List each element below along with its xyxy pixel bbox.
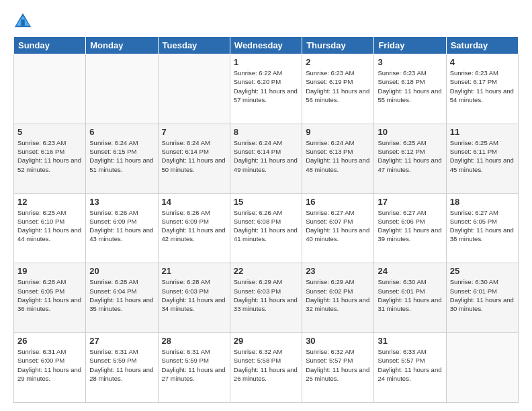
day-number: 30 <box>306 336 370 346</box>
day-info: Sunrise: 6:32 AM Sunset: 5:58 PM Dayligh… <box>234 347 298 383</box>
day-number: 24 <box>378 266 442 276</box>
day-info: Sunrise: 6:33 AM Sunset: 5:57 PM Dayligh… <box>378 347 442 383</box>
day-info: Sunrise: 6:31 AM Sunset: 5:59 PM Dayligh… <box>162 347 226 383</box>
day-cell <box>446 333 518 403</box>
day-info: Sunrise: 6:29 AM Sunset: 6:03 PM Dayligh… <box>234 277 298 313</box>
day-info: Sunrise: 6:30 AM Sunset: 6:01 PM Dayligh… <box>450 277 515 313</box>
day-number: 29 <box>234 336 298 346</box>
day-number: 8 <box>234 127 298 137</box>
day-cell: 10Sunrise: 6:25 AM Sunset: 6:12 PM Dayli… <box>374 124 446 193</box>
day-info: Sunrise: 6:27 AM Sunset: 6:07 PM Dayligh… <box>306 208 370 244</box>
day-number: 17 <box>378 197 442 207</box>
day-number: 10 <box>378 127 442 137</box>
day-cell: 14Sunrise: 6:26 AM Sunset: 6:09 PM Dayli… <box>158 193 230 263</box>
day-info: Sunrise: 6:28 AM Sunset: 6:03 PM Dayligh… <box>162 277 226 313</box>
day-cell: 13Sunrise: 6:26 AM Sunset: 6:09 PM Dayli… <box>86 193 158 263</box>
day-cell: 6Sunrise: 6:24 AM Sunset: 6:15 PM Daylig… <box>86 124 158 193</box>
day-number: 5 <box>17 127 82 137</box>
day-cell <box>14 54 86 124</box>
day-number: 19 <box>17 266 82 276</box>
day-cell: 21Sunrise: 6:28 AM Sunset: 6:03 PM Dayli… <box>158 263 230 333</box>
day-cell: 17Sunrise: 6:27 AM Sunset: 6:06 PM Dayli… <box>374 193 446 263</box>
day-number: 27 <box>89 336 154 346</box>
day-cell: 24Sunrise: 6:30 AM Sunset: 6:01 PM Dayli… <box>374 263 446 333</box>
day-number: 26 <box>17 336 82 346</box>
weekday-header-sunday: Sunday <box>14 37 86 54</box>
day-cell <box>86 54 158 124</box>
day-number: 14 <box>162 197 226 207</box>
logo-icon <box>13 11 32 30</box>
weekday-header-saturday: Saturday <box>446 37 518 54</box>
day-info: Sunrise: 6:23 AM Sunset: 6:19 PM Dayligh… <box>306 68 370 104</box>
day-cell: 2Sunrise: 6:23 AM Sunset: 6:19 PM Daylig… <box>302 54 374 124</box>
day-number: 23 <box>306 266 370 276</box>
calendar-table: SundayMondayTuesdayWednesdayThursdayFrid… <box>13 36 519 403</box>
day-number: 12 <box>17 197 82 207</box>
day-number: 6 <box>89 127 154 137</box>
day-cell: 30Sunrise: 6:32 AM Sunset: 5:57 PM Dayli… <box>302 333 374 403</box>
day-number: 15 <box>234 197 298 207</box>
week-row-1: 1Sunrise: 6:22 AM Sunset: 6:20 PM Daylig… <box>14 54 519 124</box>
weekday-header-wednesday: Wednesday <box>230 37 302 54</box>
day-cell: 22Sunrise: 6:29 AM Sunset: 6:03 PM Dayli… <box>230 263 302 333</box>
day-cell: 26Sunrise: 6:31 AM Sunset: 6:00 PM Dayli… <box>14 333 86 403</box>
page: SundayMondayTuesdayWednesdayThursdayFrid… <box>0 0 532 411</box>
day-cell: 5Sunrise: 6:23 AM Sunset: 6:16 PM Daylig… <box>14 124 86 193</box>
day-number: 21 <box>162 266 226 276</box>
header <box>13 11 519 30</box>
day-number: 25 <box>450 266 515 276</box>
day-number: 31 <box>378 336 442 346</box>
day-info: Sunrise: 6:24 AM Sunset: 6:13 PM Dayligh… <box>306 138 370 174</box>
day-info: Sunrise: 6:24 AM Sunset: 6:14 PM Dayligh… <box>234 138 298 174</box>
day-info: Sunrise: 6:26 AM Sunset: 6:09 PM Dayligh… <box>89 208 154 244</box>
day-cell: 4Sunrise: 6:23 AM Sunset: 6:17 PM Daylig… <box>446 54 518 124</box>
day-cell: 15Sunrise: 6:26 AM Sunset: 6:08 PM Dayli… <box>230 193 302 263</box>
day-number: 11 <box>450 127 515 137</box>
day-number: 7 <box>162 127 226 137</box>
week-row-5: 26Sunrise: 6:31 AM Sunset: 6:00 PM Dayli… <box>14 333 519 403</box>
day-number: 18 <box>450 197 515 207</box>
day-info: Sunrise: 6:24 AM Sunset: 6:14 PM Dayligh… <box>162 138 226 174</box>
day-info: Sunrise: 6:29 AM Sunset: 6:02 PM Dayligh… <box>306 277 370 313</box>
week-row-4: 19Sunrise: 6:28 AM Sunset: 6:05 PM Dayli… <box>14 263 519 333</box>
day-cell: 9Sunrise: 6:24 AM Sunset: 6:13 PM Daylig… <box>302 124 374 193</box>
day-info: Sunrise: 6:27 AM Sunset: 6:05 PM Dayligh… <box>450 208 515 244</box>
weekday-header-row: SundayMondayTuesdayWednesdayThursdayFrid… <box>14 37 519 54</box>
day-cell: 23Sunrise: 6:29 AM Sunset: 6:02 PM Dayli… <box>302 263 374 333</box>
day-cell: 16Sunrise: 6:27 AM Sunset: 6:07 PM Dayli… <box>302 193 374 263</box>
day-cell: 20Sunrise: 6:28 AM Sunset: 6:04 PM Dayli… <box>86 263 158 333</box>
day-cell: 31Sunrise: 6:33 AM Sunset: 5:57 PM Dayli… <box>374 333 446 403</box>
day-info: Sunrise: 6:23 AM Sunset: 6:16 PM Dayligh… <box>17 138 82 174</box>
day-info: Sunrise: 6:22 AM Sunset: 6:20 PM Dayligh… <box>234 68 298 104</box>
day-cell <box>158 54 230 124</box>
day-info: Sunrise: 6:30 AM Sunset: 6:01 PM Dayligh… <box>378 277 442 313</box>
day-info: Sunrise: 6:28 AM Sunset: 6:04 PM Dayligh… <box>89 277 154 313</box>
day-number: 4 <box>450 57 515 67</box>
day-cell: 3Sunrise: 6:23 AM Sunset: 6:18 PM Daylig… <box>374 54 446 124</box>
day-info: Sunrise: 6:27 AM Sunset: 6:06 PM Dayligh… <box>378 208 442 244</box>
day-number: 1 <box>234 57 298 67</box>
day-number: 3 <box>378 57 442 67</box>
day-info: Sunrise: 6:23 AM Sunset: 6:17 PM Dayligh… <box>450 68 515 104</box>
day-info: Sunrise: 6:25 AM Sunset: 6:11 PM Dayligh… <box>450 138 515 174</box>
day-info: Sunrise: 6:26 AM Sunset: 6:09 PM Dayligh… <box>162 208 226 244</box>
day-info: Sunrise: 6:32 AM Sunset: 5:57 PM Dayligh… <box>306 347 370 383</box>
day-cell: 11Sunrise: 6:25 AM Sunset: 6:11 PM Dayli… <box>446 124 518 193</box>
day-cell: 29Sunrise: 6:32 AM Sunset: 5:58 PM Dayli… <box>230 333 302 403</box>
day-number: 20 <box>89 266 154 276</box>
day-cell: 1Sunrise: 6:22 AM Sunset: 6:20 PM Daylig… <box>230 54 302 124</box>
weekday-header-monday: Monday <box>86 37 158 54</box>
day-cell: 18Sunrise: 6:27 AM Sunset: 6:05 PM Dayli… <box>446 193 518 263</box>
day-number: 13 <box>89 197 154 207</box>
day-info: Sunrise: 6:25 AM Sunset: 6:12 PM Dayligh… <box>378 138 442 174</box>
day-number: 28 <box>162 336 226 346</box>
weekday-header-tuesday: Tuesday <box>158 37 230 54</box>
day-info: Sunrise: 6:23 AM Sunset: 6:18 PM Dayligh… <box>378 68 442 104</box>
day-info: Sunrise: 6:26 AM Sunset: 6:08 PM Dayligh… <box>234 208 298 244</box>
day-number: 16 <box>306 197 370 207</box>
weekday-header-thursday: Thursday <box>302 37 374 54</box>
day-cell: 7Sunrise: 6:24 AM Sunset: 6:14 PM Daylig… <box>158 124 230 193</box>
week-row-3: 12Sunrise: 6:25 AM Sunset: 6:10 PM Dayli… <box>14 193 519 263</box>
day-cell: 27Sunrise: 6:31 AM Sunset: 5:59 PM Dayli… <box>86 333 158 403</box>
day-info: Sunrise: 6:24 AM Sunset: 6:15 PM Dayligh… <box>89 138 154 174</box>
